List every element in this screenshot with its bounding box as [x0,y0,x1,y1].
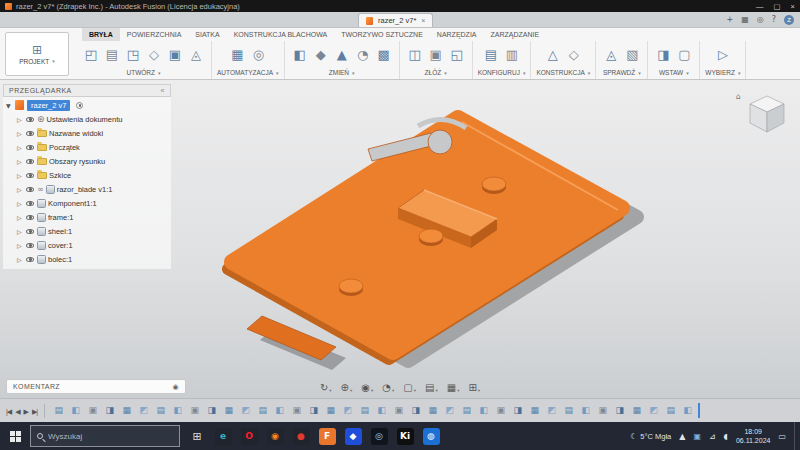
timeline-feature[interactable]: ◧ [170,406,185,415]
tool-icon[interactable]: ◇ [144,45,164,65]
tool-icon[interactable]: ◰ [81,45,101,65]
timeline-feature[interactable]: ◩ [238,406,253,415]
timeline-feature[interactable]: ▦ [119,406,134,415]
pan-button[interactable]: ⊕▾ [341,383,353,393]
visibility-eye-icon[interactable] [26,173,34,178]
tool-icon[interactable]: ▧ [622,45,642,65]
timeline-feature[interactable]: ▣ [85,406,100,415]
ribbon-tab-1[interactable]: BRYŁA [82,28,120,41]
visibility-eye-icon[interactable] [26,229,34,234]
collapse-browser-icon[interactable]: « [161,87,165,94]
hidden-icons-chevron[interactable]: ▲ [679,432,685,441]
visibility-eye-icon[interactable] [26,187,34,192]
expand-icon[interactable]: ▼ [6,102,14,109]
tray-app-icon[interactable]: ▣ [693,432,701,441]
browser-item[interactable]: ▷Obszary rysunku [3,154,171,168]
tool-icon[interactable]: ▦ [227,45,247,65]
volume-icon[interactable]: ◖ [724,432,728,441]
document-tab[interactable]: razer_2 v7* × [358,13,433,27]
weather-widget[interactable]: ☾ 5°C Mgła [630,432,671,441]
browser-item[interactable]: ▷bolec:1 [3,252,171,266]
taskbar-app-4[interactable]: ● [288,422,314,450]
timeline-feature[interactable]: ▤ [255,406,270,415]
expand-icon[interactable]: ▷ [17,200,25,207]
taskbar-app-6[interactable]: ◆ [340,422,366,450]
timeline-feature[interactable]: ◧ [680,406,695,415]
timeline-feature[interactable]: ▤ [51,406,66,415]
visibility-eye-icon[interactable] [26,257,34,262]
taskbar-app-2[interactable]: O [236,422,262,450]
taskbar-app-5[interactable]: F [314,422,340,450]
timeline-feature[interactable]: ◧ [476,406,491,415]
expand-icon[interactable]: ▷ [17,158,25,165]
fit-button[interactable]: ▢▾ [403,383,416,393]
visibility-eye-icon[interactable] [26,131,34,136]
search-input[interactable] [48,432,173,441]
tool-icon[interactable]: ◱ [447,45,467,65]
maximize-button[interactable]: ▢ [774,2,781,11]
comment-panel[interactable]: KOMENTARZ ◉ [6,379,186,394]
group-dropdown-1[interactable]: UTWÓRZ▾ [81,67,206,79]
clock-widget[interactable]: 18:09 06.11.2024 [736,427,771,445]
ribbon-tab-7[interactable]: ZARZĄDZANIE [484,28,547,41]
group-dropdown-5[interactable]: KONFIGURUJ▾ [478,67,526,79]
timeline-feature[interactable]: ◨ [408,406,423,415]
timeline-feature[interactable]: ◧ [374,406,389,415]
visibility-eye-icon[interactable] [26,215,34,220]
tool-icon[interactable]: ▢ [674,45,694,65]
tool-icon[interactable]: ▣ [165,45,185,65]
group-dropdown-7[interactable]: SPRAWDŹ▾ [601,67,642,79]
timeline-feature[interactable]: ◨ [102,406,117,415]
tool-icon[interactable]: ▷ [713,45,733,65]
view-cube-graphic[interactable] [744,92,790,138]
tool-icon[interactable]: △ [543,45,563,65]
browser-item[interactable]: ▷Szkice [3,168,171,182]
browser-item[interactable]: ▷sheel:1 [3,224,171,238]
timeline-feature[interactable]: ▦ [425,406,440,415]
home-view-icon[interactable]: ⌂ [736,92,741,101]
help-icon[interactable]: ? [772,16,776,24]
ribbon-tab-2[interactable]: POWIERZCHNIA [120,28,188,41]
tool-icon[interactable]: ▤ [102,45,122,65]
timeline-feature[interactable]: ▣ [595,406,610,415]
tool-icon[interactable]: ◆ [311,45,331,65]
timeline-feature[interactable]: ◨ [510,406,525,415]
timeline-control-4[interactable]: ▶| [32,408,37,415]
tool-icon[interactable]: ▤ [481,45,501,65]
orbit-button[interactable]: ↻▾ [320,383,332,393]
expand-icon[interactable]: ▷ [17,256,25,263]
browser-item[interactable]: ▷Nazwane widoki [3,126,171,140]
timeline-playhead[interactable] [698,403,700,418]
timeline-feature[interactable]: ◧ [578,406,593,415]
tool-icon[interactable]: ◳ [123,45,143,65]
start-button[interactable] [0,422,30,450]
timeline-feature[interactable]: ▣ [391,406,406,415]
taskbar-app-9[interactable]: ◍ [418,422,444,450]
visibility-eye-icon[interactable] [26,145,34,150]
taskbar-app-3[interactable]: ◉ [262,422,288,450]
notification-center-icon[interactable]: ▭ [778,432,786,441]
timeline-control-1[interactable]: |◀ [6,408,11,415]
timeline-feature[interactable]: ▣ [289,406,304,415]
timeline-feature[interactable]: ▤ [153,406,168,415]
timeline-feature[interactable]: ▦ [323,406,338,415]
timeline-feature[interactable]: ◨ [204,406,219,415]
taskbar-app-7[interactable]: ◎ [366,422,392,450]
zoom-button[interactable]: ◔▾ [382,383,394,393]
display-settings-button[interactable]: ▤▾ [425,383,438,393]
timeline-feature[interactable]: ◩ [646,406,661,415]
browser-item[interactable]: ▷Początek [3,140,171,154]
group-dropdown-4[interactable]: ZŁÓŻ▾ [405,67,467,79]
group-dropdown-2[interactable]: AUTOMATYZACJA▾ [217,67,279,79]
timeline-feature[interactable]: ◨ [612,406,627,415]
tool-icon[interactable]: ◬ [186,45,206,65]
timeline-feature[interactable]: ▤ [663,406,678,415]
timeline-feature[interactable]: ▤ [357,406,372,415]
visibility-eye-icon[interactable] [26,117,34,122]
timeline-feature[interactable]: ▦ [527,406,542,415]
show-desktop-button[interactable] [794,422,797,450]
activate-component-radio[interactable] [76,102,83,109]
timeline-feature[interactable]: ▤ [459,406,474,415]
avatar[interactable]: Z [784,15,794,25]
tool-icon[interactable]: ◎ [248,45,268,65]
